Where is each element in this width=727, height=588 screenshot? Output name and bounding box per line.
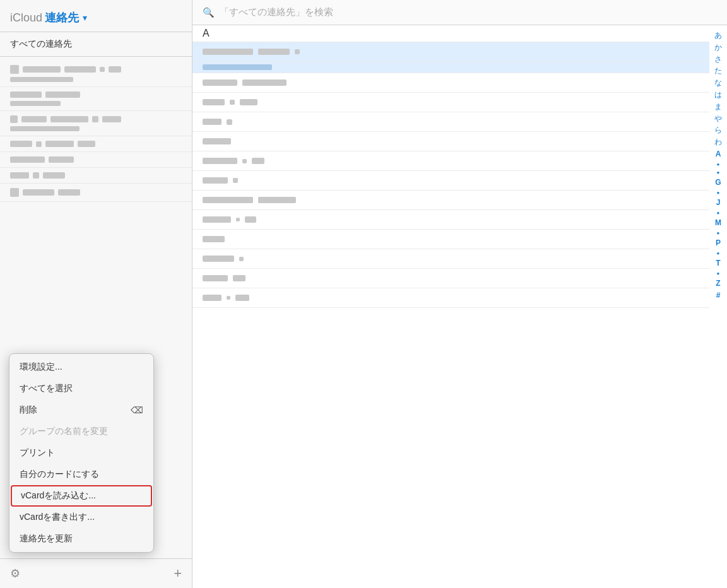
index-char-dot7[interactable]: ● (717, 270, 720, 277)
context-menu-item-export-vcard[interactable]: vCardを書き出す... (9, 507, 153, 528)
chevron-down-icon[interactable]: ▾ (83, 13, 87, 23)
list-item[interactable] (0, 136, 192, 152)
index-char-ta[interactable]: た (714, 66, 722, 76)
index-char-dot4[interactable]: ● (717, 209, 720, 216)
contact-row-selected-sub[interactable] (192, 62, 709, 73)
list-item[interactable] (0, 111, 192, 136)
add-contact-button[interactable]: + (174, 565, 182, 582)
index-char-dot2[interactable]: ● (717, 169, 720, 176)
sidebar-header: iCloud 連絡先 ▾ (0, 0, 192, 32)
main-content: 🔍 「すべての連絡先」を検索 A (192, 0, 727, 588)
contact-row[interactable] (192, 151, 709, 171)
contact-row[interactable] (192, 73, 709, 93)
list-item[interactable] (0, 168, 192, 184)
index-char-ra[interactable]: ら (714, 125, 722, 136)
contacts-list-area: A (192, 25, 727, 588)
index-char-dot3[interactable]: ● (717, 189, 720, 196)
index-char-hash[interactable]: # (716, 290, 721, 301)
sidebar-all-contacts[interactable]: すべての連絡先 (0, 32, 192, 57)
list-item[interactable] (0, 61, 192, 87)
index-char-dot5[interactable]: ● (717, 230, 720, 237)
index-char-T[interactable]: T (716, 258, 720, 269)
contact-row[interactable] (192, 230, 709, 249)
contact-row[interactable] (192, 210, 709, 230)
context-menu-item-print[interactable]: プリント (9, 442, 153, 464)
gear-icon[interactable]: ⚙ (10, 567, 20, 580)
index-char-Z[interactable]: Z (716, 278, 720, 289)
contacts-list-main[interactable]: A (192, 25, 709, 588)
contact-row[interactable] (192, 93, 709, 112)
index-char-a[interactable]: あ (714, 30, 722, 41)
index-char-dot1[interactable]: ● (717, 161, 720, 168)
contacts-label[interactable]: 連絡先 (45, 10, 79, 25)
context-menu-item-rename-group: グループの名前を変更 (9, 421, 153, 442)
delete-shortcut-icon: ⌫ (131, 405, 143, 415)
context-menu-item-delete[interactable]: 削除 ⌫ (9, 399, 153, 421)
context-menu-item-refresh[interactable]: 連絡先を更新 (9, 528, 153, 550)
contact-row[interactable] (192, 171, 709, 191)
contact-row[interactable] (192, 249, 709, 269)
contact-row[interactable] (192, 112, 709, 132)
context-menu-item-preferences[interactable]: 環境設定... (9, 356, 153, 378)
index-char-J[interactable]: J (716, 197, 721, 208)
list-item[interactable] (0, 87, 192, 111)
index-char-A[interactable]: A (716, 149, 721, 160)
icloud-label: iCloud (10, 11, 42, 25)
index-char-na[interactable]: な (714, 78, 722, 88)
index-char-M[interactable]: M (715, 218, 721, 228)
context-menu: 環境設定... すべてを選択 削除 ⌫ グループの名前を変更 プリント 自分のカ… (9, 353, 154, 553)
sidebar-bottom: ⚙ + (0, 558, 192, 588)
context-menu-item-my-card[interactable]: 自分のカードにする (9, 464, 153, 485)
index-char-ha[interactable]: は (714, 90, 722, 100)
index-char-ka[interactable]: か (714, 42, 722, 53)
contact-row[interactable] (192, 269, 709, 288)
search-bar: 🔍 「すべての連絡先」を検索 (192, 0, 727, 25)
index-char-G[interactable]: G (715, 177, 721, 188)
contact-row[interactable] (192, 288, 709, 308)
index-char-P[interactable]: P (716, 238, 721, 249)
search-placeholder[interactable]: 「すべての連絡先」を検索 (220, 6, 333, 18)
index-char-dot6[interactable]: ● (717, 250, 720, 257)
right-index: あ か さ た な は ま や ら わ A ● ● G ● J ● M ● P … (709, 25, 727, 588)
contact-row[interactable] (192, 132, 709, 151)
section-header-a: A (192, 25, 709, 42)
search-icon: 🔍 (203, 7, 215, 18)
index-char-ya[interactable]: や (714, 114, 722, 124)
contact-row[interactable] (192, 191, 709, 210)
index-char-sa[interactable]: さ (714, 54, 722, 65)
list-item[interactable] (0, 152, 192, 168)
index-char-ma[interactable]: ま (714, 102, 722, 112)
context-menu-item-select-all[interactable]: すべてを選択 (9, 378, 153, 399)
list-item[interactable] (0, 184, 192, 202)
context-menu-item-import-vcard[interactable]: vCardを読み込む... (11, 485, 152, 507)
contact-row[interactable] (192, 42, 709, 62)
index-char-wa[interactable]: わ (714, 137, 722, 148)
